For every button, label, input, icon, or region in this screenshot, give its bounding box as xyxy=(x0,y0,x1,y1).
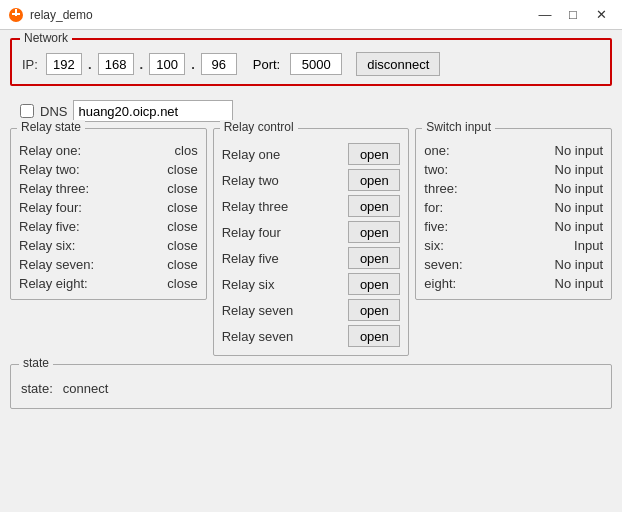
control-row-3: Relay four open xyxy=(222,219,401,245)
maximize-button[interactable]: □ xyxy=(560,4,586,26)
control-row-5: Relay six open xyxy=(222,271,401,297)
relay-state-row-3: Relay four: close xyxy=(19,198,198,217)
disconnect-button[interactable]: disconnect xyxy=(356,52,440,76)
state-group-label: state xyxy=(19,356,53,370)
panels-row: Relay state Relay one: clos Relay two: c… xyxy=(10,128,612,356)
relay-state-row-5: Relay six: close xyxy=(19,236,198,255)
control-row-2: Relay three open xyxy=(222,193,401,219)
dns-input[interactable] xyxy=(73,100,233,122)
ip-part-4[interactable] xyxy=(201,53,237,75)
open-btn-2[interactable]: open xyxy=(348,195,400,217)
dns-label: DNS xyxy=(40,104,67,119)
control-row-0: Relay one open xyxy=(222,141,401,167)
close-button[interactable]: ✕ xyxy=(588,4,614,26)
main-content: Network IP: . . . Port: disconnect DNS R… xyxy=(0,30,622,512)
title-bar: relay_demo — □ ✕ xyxy=(0,0,622,30)
relay-control-panel: Relay control Relay one open Relay two o… xyxy=(213,128,410,356)
ip-part-2[interactable] xyxy=(98,53,134,75)
port-label: Port: xyxy=(253,57,280,72)
state-group: state state: connect xyxy=(10,364,612,409)
app-icon xyxy=(8,7,24,23)
open-btn-4[interactable]: open xyxy=(348,247,400,269)
ip-label: IP: xyxy=(22,57,38,72)
state-label: state: xyxy=(21,381,53,396)
app-title: relay_demo xyxy=(30,8,93,22)
ip-dot-3: . xyxy=(191,57,195,72)
network-row: IP: . . . Port: disconnect xyxy=(22,52,600,76)
switch-row-2: three: No input xyxy=(424,179,603,198)
control-row-7: Relay seven open xyxy=(222,323,401,349)
switch-input-panel: Switch input one: No input two: No input… xyxy=(415,128,612,356)
ip-part-3[interactable] xyxy=(149,53,185,75)
port-input[interactable] xyxy=(290,53,342,75)
switch-row-7: eight: No input xyxy=(424,274,603,293)
state-value: connect xyxy=(63,381,109,396)
title-bar-buttons: — □ ✕ xyxy=(532,4,614,26)
relay-state-panel: Relay state Relay one: clos Relay two: c… xyxy=(10,128,207,356)
relay-state-row-2: Relay three: close xyxy=(19,179,198,198)
relay-control-label: Relay control xyxy=(220,120,298,134)
ip-dot-1: . xyxy=(88,57,92,72)
open-btn-0[interactable]: open xyxy=(348,143,400,165)
open-btn-1[interactable]: open xyxy=(348,169,400,191)
switch-row-4: five: No input xyxy=(424,217,603,236)
switch-row-0: one: No input xyxy=(424,141,603,160)
control-row-6: Relay seven open xyxy=(222,297,401,323)
title-bar-left: relay_demo xyxy=(8,7,93,23)
dns-checkbox[interactable] xyxy=(20,104,34,118)
control-row-4: Relay five open xyxy=(222,245,401,271)
network-group-label: Network xyxy=(20,31,72,45)
switch-row-6: seven: No input xyxy=(424,255,603,274)
relay-state-label: Relay state xyxy=(17,120,85,134)
minimize-button[interactable]: — xyxy=(532,4,558,26)
relay-state-row-1: Relay two: close xyxy=(19,160,198,179)
network-group: Network IP: . . . Port: disconnect xyxy=(10,38,612,86)
dns-row: DNS xyxy=(10,94,612,128)
relay-state-row-0: Relay one: clos xyxy=(19,141,198,160)
open-btn-5[interactable]: open xyxy=(348,273,400,295)
relay-state-row-7: Relay eight: close xyxy=(19,274,198,293)
control-row-1: Relay two open xyxy=(222,167,401,193)
relay-control-inner: Relay control Relay one open Relay two o… xyxy=(213,128,410,356)
state-row: state: connect xyxy=(21,377,601,400)
ip-part-1[interactable] xyxy=(46,53,82,75)
relay-state-inner: Relay state Relay one: clos Relay two: c… xyxy=(10,128,207,300)
open-btn-3[interactable]: open xyxy=(348,221,400,243)
switch-input-inner: Switch input one: No input two: No input… xyxy=(415,128,612,300)
switch-row-3: for: No input xyxy=(424,198,603,217)
ip-dot-2: . xyxy=(140,57,144,72)
open-btn-7[interactable]: open xyxy=(348,325,400,347)
svg-rect-2 xyxy=(12,13,20,15)
relay-state-row-4: Relay five: close xyxy=(19,217,198,236)
open-btn-6[interactable]: open xyxy=(348,299,400,321)
switch-row-1: two: No input xyxy=(424,160,603,179)
relay-state-row-6: Relay seven: close xyxy=(19,255,198,274)
switch-input-label: Switch input xyxy=(422,120,495,134)
switch-row-5: six: Input xyxy=(424,236,603,255)
